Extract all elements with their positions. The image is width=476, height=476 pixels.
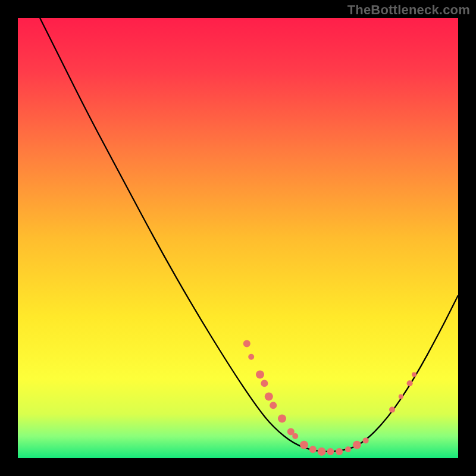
data-marker (336, 448, 343, 455)
gradient-background (18, 18, 458, 458)
bottleneck-curve-chart (18, 18, 458, 458)
data-marker (407, 380, 413, 386)
data-marker (353, 441, 361, 449)
data-marker (256, 370, 264, 378)
data-marker (363, 437, 369, 443)
data-marker (399, 394, 403, 399)
data-marker (261, 380, 268, 387)
data-marker (265, 392, 273, 400)
data-marker (327, 448, 334, 455)
data-marker (243, 340, 250, 347)
data-marker (345, 446, 351, 452)
data-marker (292, 433, 298, 439)
data-marker (309, 446, 317, 453)
data-marker (318, 447, 326, 456)
data-marker (278, 414, 286, 422)
data-marker (270, 402, 277, 409)
data-marker (248, 354, 254, 360)
data-marker (300, 441, 308, 449)
watermark-text: TheBottleneck.com (347, 2, 470, 18)
data-marker (389, 407, 395, 413)
data-marker (412, 372, 416, 377)
chart-container: TheBottleneck.com (0, 0, 476, 476)
plot-area (18, 18, 458, 458)
